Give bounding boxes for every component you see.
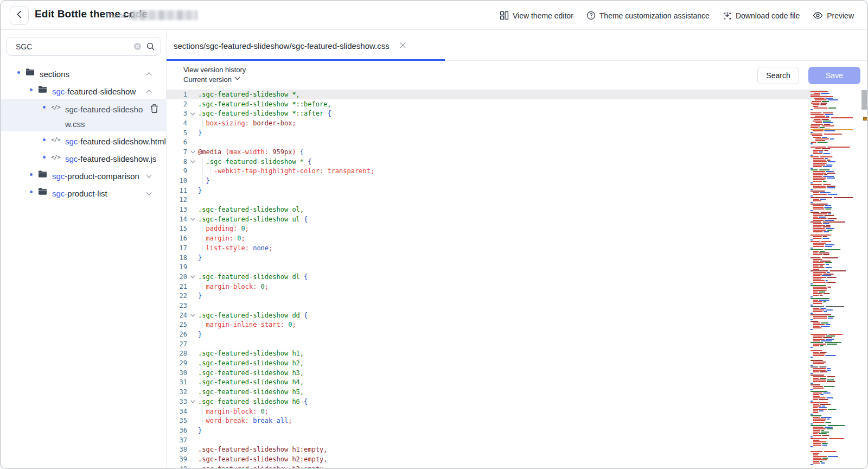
code-line: 28.sgc-featured-slideshow h1,	[167, 349, 827, 359]
tree-folder-sgc-product-list[interactable]: sgc-product-list	[1, 183, 167, 201]
code-line: 19	[167, 262, 827, 272]
tree-folder-sgc-featured-slideshow[interactable]: sgc-featured-slideshow	[1, 81, 167, 99]
file-tree: sectionssgc-featured-slideshow</>sgc-fea…	[1, 64, 167, 201]
code-text: }	[198, 254, 202, 262]
header-action-view-theme-editor[interactable]: View theme editor	[500, 11, 573, 20]
folder-icon	[38, 85, 47, 93]
trash-icon[interactable]	[150, 104, 159, 116]
editor-scrollbar[interactable]	[861, 90, 868, 469]
clear-circle-icon[interactable]	[133, 42, 142, 50]
minimap[interactable]	[810, 90, 853, 468]
tab-close-icon[interactable]	[398, 40, 407, 52]
line-number: 40	[167, 465, 187, 469]
line-number: 28	[167, 350, 187, 357]
code-line: 38.sgc-featured-slideshow h1:empty,	[167, 445, 827, 454]
line-number: 33	[167, 398, 187, 405]
search-icon[interactable]	[146, 42, 155, 51]
code-line: 35 word-break: break-all;	[167, 416, 827, 426]
line-number: 24	[167, 312, 187, 319]
tree-folder-sections[interactable]: sections	[1, 64, 167, 81]
code-line: 32.sgc-featured-slideshow h5,	[167, 387, 827, 397]
code-line: 5}	[167, 128, 827, 138]
code-line: 25 margin-inline-start: 0;	[167, 320, 827, 330]
code-text: list-style: none;	[198, 244, 272, 252]
line-number: 29	[167, 359, 187, 367]
code-text: }	[198, 427, 202, 434]
fold-chevron-icon[interactable]	[187, 149, 198, 155]
code-line: 11}	[167, 186, 827, 195]
line-number: 11	[167, 187, 187, 194]
tab-bar: sections/sgc-featured-slideshow/sgc-feat…	[167, 30, 868, 61]
line-number: 5	[167, 129, 187, 137]
code-text: -webkit-tap-highlight-color: transparent…	[198, 167, 374, 175]
code-line: 14.sgc-featured-slideshow ul {	[167, 214, 827, 224]
tree-file-sgc-featured-slideshow.js[interactable]: </>sgc-featured-slideshow.js	[1, 149, 167, 166]
tree-item-label: sgc-product-comparison	[52, 169, 139, 183]
eye-icon	[813, 11, 823, 20]
code-text: }	[198, 292, 202, 300]
tree-file-sgc-featured-slideshow.css[interactable]: </>sgc-featured-slideshow.css	[1, 99, 167, 131]
scrollbar-thumb[interactable]	[861, 90, 868, 110]
code-line: 13.sgc-featured-slideshow ol,	[167, 205, 827, 214]
code-text: .sgc-featured-slideshow h1,	[198, 350, 304, 357]
search-button[interactable]: Search	[757, 67, 799, 84]
code-line: 31.sgc-featured-slideshow h4,	[167, 378, 827, 388]
code-line: 33.sgc-featured-slideshow h6 {	[167, 397, 827, 407]
header-actions: View theme editorTheme customization ass…	[500, 1, 854, 30]
line-number: 12	[167, 196, 187, 204]
code-line: 16 margin: 0;	[167, 233, 827, 243]
fold-chevron-icon[interactable]	[187, 398, 198, 404]
version-bar: View version history Current version Sea…	[167, 61, 868, 90]
code-text: .sgc-featured-slideshow *::before,	[198, 100, 331, 108]
code-line: 26}	[167, 329, 827, 339]
line-number: 38	[167, 446, 187, 453]
code-text: .sgc-featured-slideshow h2,	[198, 359, 304, 367]
code-line: 10 }	[167, 176, 827, 186]
code-line: 39.sgc-featured-slideshow h2:empty,	[167, 454, 827, 464]
current-version-dropdown[interactable]: Current version	[183, 75, 246, 85]
code-line: 6	[167, 137, 827, 147]
code-line: 40.sgc-featured-slideshow h3:empty	[167, 464, 827, 469]
header-action-theme-customization-assistance[interactable]: Theme customization assistance	[586, 11, 710, 20]
line-number: 9	[167, 167, 187, 175]
tree-file-sgc-featured-slideshow.html[interactable]: </>sgc-featured-slideshow.html	[1, 131, 167, 149]
header-action-preview[interactable]: Preview	[813, 11, 854, 20]
code-line: 22}	[167, 291, 827, 301]
tree-bullet	[30, 173, 33, 176]
file-search-input[interactable]	[15, 42, 129, 52]
code-line: 21 margin-block: 0;	[167, 282, 827, 291]
code-text: .sgc-featured-slideshow * {	[198, 158, 312, 166]
view-version-history-link[interactable]: View version history	[183, 65, 246, 75]
code-line: 15 padding: 0;	[167, 224, 827, 234]
code-text: .sgc-featured-slideshow *,	[198, 91, 300, 98]
tree-folder-sgc-product-comparison[interactable]: sgc-product-comparison	[1, 166, 167, 183]
header-action-download-code-file[interactable]: Download code file	[723, 11, 800, 20]
fold-chevron-icon[interactable]	[187, 111, 198, 117]
active-tab-underline	[167, 59, 445, 61]
back-button[interactable]	[10, 6, 29, 25]
chevron-up-icon[interactable]	[145, 70, 152, 80]
header-action-label: Download code file	[736, 11, 800, 20]
chevron-down-icon[interactable]	[145, 172, 152, 182]
header-action-label: Preview	[827, 11, 854, 20]
tree-bullet	[43, 138, 46, 141]
layout-grid-icon	[500, 11, 509, 20]
code-editor[interactable]: 1.sgc-featured-slideshow *,2.sgc-feature…	[167, 90, 868, 469]
dropdown-chevron-icon	[234, 75, 241, 85]
line-number: 27	[167, 340, 187, 348]
fold-chevron-icon[interactable]	[187, 216, 198, 222]
code-line: 18}	[167, 253, 827, 263]
arrow-left-icon	[15, 10, 24, 21]
fold-chevron-icon[interactable]	[187, 312, 198, 318]
tab-file[interactable]: sections/sgc-featured-slideshow/sgc-feat…	[174, 30, 407, 61]
save-button[interactable]: Save	[808, 67, 860, 84]
code-line: 8 .sgc-featured-slideshow * {	[167, 157, 827, 167]
editor-main: sections/sgc-featured-slideshow/sgc-feat…	[167, 30, 868, 469]
fold-chevron-icon[interactable]	[187, 274, 198, 280]
tree-bullet	[30, 88, 33, 91]
chevron-up-icon[interactable]	[145, 87, 152, 97]
code-text: margin-inline-start: 0;	[198, 321, 296, 328]
fold-chevron-icon[interactable]	[187, 159, 198, 164]
question-circle-icon	[586, 11, 596, 20]
chevron-down-icon[interactable]	[145, 189, 152, 199]
